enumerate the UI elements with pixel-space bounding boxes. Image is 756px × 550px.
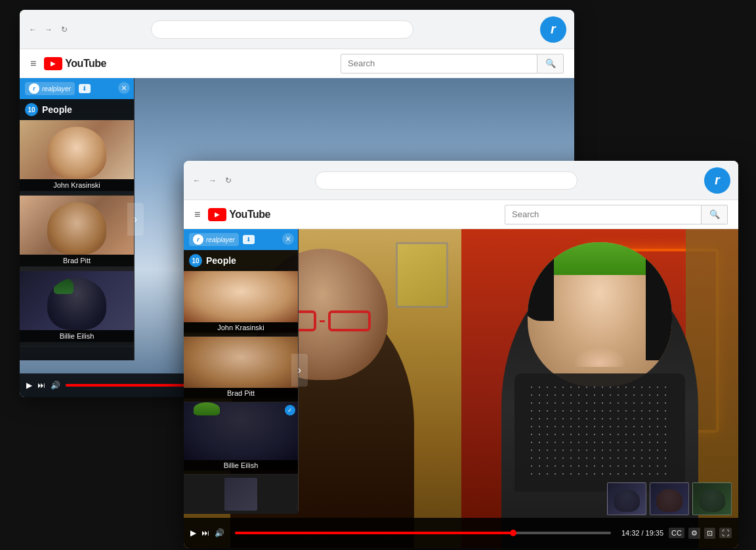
person-name-bp-back: Brad Pitt [20,255,134,266]
person-card-jk-back[interactable]: John Krasinski [20,120,134,196]
close-button-front[interactable]: × [282,233,294,245]
time-display-front: 14:32 / 19:35 [621,529,663,537]
right-controls-front: CC ⚙ ⊡ ⛶ [669,528,732,539]
realplayer-logo-icon-back: r [29,83,39,94]
thumbnail-1-front[interactable] [607,482,646,515]
person-name-be-front: Billie Eilish [184,460,298,471]
progress-fill-front [235,532,513,534]
youtube-logo-icon-back [44,57,62,70]
reload-button-back[interactable]: ↻ [59,24,70,35]
chevron-icon-back[interactable]: › [127,203,144,236]
thumbnail-3-front[interactable] [692,482,732,515]
person-photo-jk-back [20,120,134,179]
people-count-badge-back: 10 [25,103,38,116]
verified-badge-be-front: ✓ [285,405,295,415]
person-card-be-back[interactable]: Billie Eilish [20,271,134,347]
search-button-front[interactable]: 🔍 [702,205,728,224]
video-area-front: r realplayer ⬇ × 10 People John Krasinsk… [184,229,738,548]
realplayer-badge-front[interactable]: r [704,167,730,194]
person-name-jk-front: John Krasinski [184,322,298,333]
youtube-logo-back: YouTube [44,57,106,70]
youtube-logo-text-front: YouTube [229,209,270,221]
realplayer-header-back: r realplayer ⬇ × [20,78,134,99]
next-button-front[interactable]: ⏭ [201,528,209,538]
person-name-jk-back: John Krasinski [20,179,134,191]
youtube-header-front: ≡ YouTube 🔍 [184,200,738,229]
people-label-front: People [206,255,236,266]
address-bar-back[interactable] [151,20,413,39]
realplayer-header-front: r realplayer ⬇ × [184,229,298,250]
home-button-back[interactable] [75,24,85,35]
thumbnail-2-front[interactable] [650,482,689,515]
forward-button-back[interactable]: → [43,24,54,35]
people-header-front: 10 People [184,250,298,271]
youtube-logo-icon-front [208,208,226,221]
person-card-jk-front[interactable]: John Krasinski [184,271,298,337]
youtube-header-back: ≡ YouTube 🔍 [20,49,574,78]
browser-window-front: ← → ↻ r ≡ YouTube 🔍 [184,161,738,548]
cc-button-front[interactable]: CC [669,528,684,538]
person-card-bp-front[interactable]: Brad Pitt [184,337,298,402]
download-button-back[interactable]: ⬇ [79,84,91,93]
browser-chrome-back: ← → ↻ r [20,10,574,49]
home-button-front[interactable] [239,175,249,186]
person-card-bp-back[interactable]: Brad Pitt [20,196,134,271]
youtube-logo-text-back: YouTube [65,58,106,70]
realplayer-logo-back: r realplayer [25,82,75,95]
search-input-back[interactable] [341,54,537,74]
browser-chrome-front: ← → ↻ r [184,161,738,200]
hamburger-icon-back[interactable]: ≡ [30,58,36,70]
video-controls-front: ▶ ⏭ 🔊 14:32 / 19:35 CC ⚙ ⊡ ⛶ [184,518,738,548]
next-button-back[interactable]: ⏭ [37,381,45,390]
progress-dot-front [510,530,516,536]
person-photo-bp-back [20,196,134,255]
people-header-back: 10 People [20,99,134,120]
search-button-back[interactable]: 🔍 [537,54,564,74]
people-label-back: People [42,104,72,115]
hamburger-icon-front[interactable]: ≡ [194,209,200,221]
person-photo-more-front [224,478,257,511]
realplayer-badge-back[interactable]: r [540,16,566,43]
address-bar-front[interactable] [315,171,578,190]
playback-controls-front: ▶ ⏭ 🔊 [190,528,224,538]
person-card-more-front[interactable] [184,475,298,514]
back-button-back[interactable]: ← [28,24,38,35]
person-photo-jk-front [184,271,298,322]
forward-button-front[interactable]: → [207,175,218,186]
realplayer-brand-front: realplayer [206,236,235,243]
person-card-be-front[interactable]: ✓ Billie Eilish [184,402,298,475]
fullscreen-button-front[interactable]: ⛶ [719,528,732,538]
realplayer-brand-back: realplayer [42,85,71,93]
person-name-bp-front: Brad Pitt [184,388,298,398]
progress-bar-front[interactable] [235,532,611,534]
volume-button-back[interactable]: 🔊 [51,381,60,390]
play-button-front[interactable]: ▶ [190,528,196,538]
play-button-back[interactable]: ▶ [26,381,32,390]
reload-button-front[interactable]: ↻ [223,175,234,186]
volume-button-front[interactable]: 🔊 [215,528,224,538]
person-name-be-back: Billie Eilish [20,330,134,342]
download-button-front[interactable]: ⬇ [243,235,255,244]
realplayer-r-icon-front: r [715,173,720,188]
realplayer-logo-icon-front: r [193,234,203,245]
person-photo-bp-front [184,337,298,388]
person-photo-be-back [20,271,134,330]
realplayer-r-icon-back: r [551,22,556,37]
search-input-front[interactable] [505,205,702,224]
realplayer-overlay-back: r realplayer ⬇ × 10 People John Krasinsk… [20,78,135,360]
thumbnail-strip-front [607,482,732,515]
youtube-search-front: 🔍 [505,205,728,224]
chevron-icon-front[interactable]: › [291,354,308,387]
youtube-search-back: 🔍 [341,54,564,74]
realplayer-overlay-front: r realplayer ⬇ × 10 People John Krasinsk… [184,229,299,511]
realplayer-logo-front: r realplayer [189,233,239,246]
close-button-back[interactable]: × [118,82,130,94]
youtube-logo-front: YouTube [208,208,270,221]
people-count-badge-front: 10 [189,254,202,267]
settings-button-front[interactable]: ⚙ [688,528,700,539]
person-photo-be-front: ✓ [184,402,298,460]
back-button-front[interactable]: ← [192,175,202,186]
pip-button-front[interactable]: ⊡ [704,528,715,539]
